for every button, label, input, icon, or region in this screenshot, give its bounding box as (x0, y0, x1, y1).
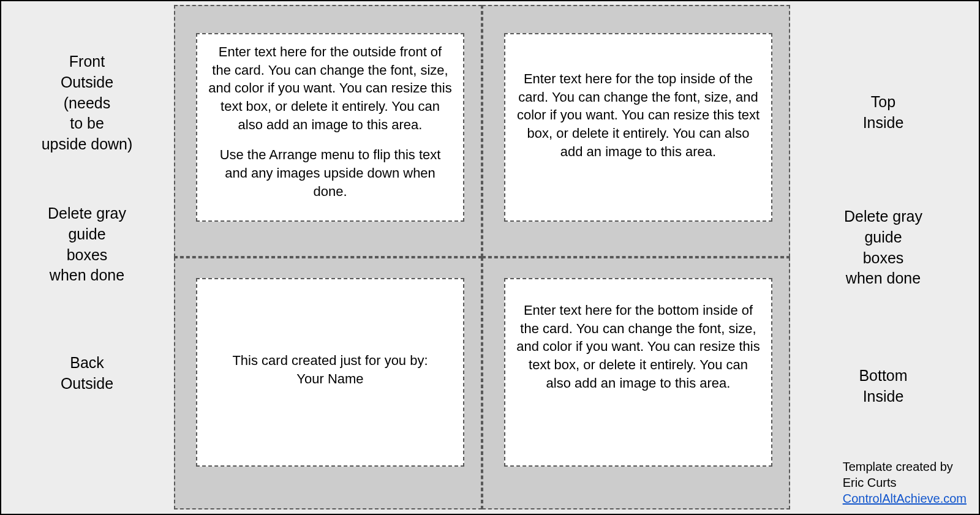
textbox-bottom-inside[interactable]: Enter text here for the bottom inside of… (504, 278, 772, 467)
text-front-outside-p2: Use the Arrange menu to flip this text a… (208, 146, 452, 200)
guide-box-bottom-inside[interactable]: Enter text here for the bottom inside of… (482, 257, 790, 509)
credit-line2: Eric Curts (843, 475, 967, 491)
guide-box-front-outside[interactable]: Enter text here for the outside front of… (174, 5, 482, 257)
card-template-area: Enter text here for the outside front of… (174, 5, 790, 509)
credit-line1: Template created by (843, 459, 967, 475)
label-delete-guide-right: Delete gray guide boxes when done (788, 206, 979, 289)
label-bottom-inside: Bottom Inside (788, 366, 979, 407)
guide-box-top-inside[interactable]: Enter text here for the top inside of th… (482, 5, 790, 257)
credit-link[interactable]: ControlAltAchieve.com (843, 492, 967, 505)
label-front-outside: Front Outside (needs to be upside down) (1, 51, 173, 155)
label-back-outside: Back Outside (1, 353, 173, 394)
text-back-outside: This card created just for you by: Your … (232, 351, 428, 388)
text-bottom-inside: Enter text here for the bottom inside of… (516, 301, 760, 392)
text-front-outside-p1: Enter text here for the outside front of… (208, 43, 452, 133)
label-top-inside: Top Inside (788, 92, 979, 133)
template-credit: Template created by Eric Curts ControlAl… (843, 459, 967, 506)
text-top-inside: Enter text here for the top inside of th… (516, 70, 760, 160)
textbox-front-outside[interactable]: Enter text here for the outside front of… (196, 33, 464, 222)
textbox-top-inside[interactable]: Enter text here for the top inside of th… (504, 33, 772, 222)
label-delete-guide-left: Delete gray guide boxes when done (1, 203, 173, 286)
guide-box-back-outside[interactable]: This card created just for you by: Your … (174, 257, 482, 509)
textbox-back-outside[interactable]: This card created just for you by: Your … (196, 278, 464, 467)
